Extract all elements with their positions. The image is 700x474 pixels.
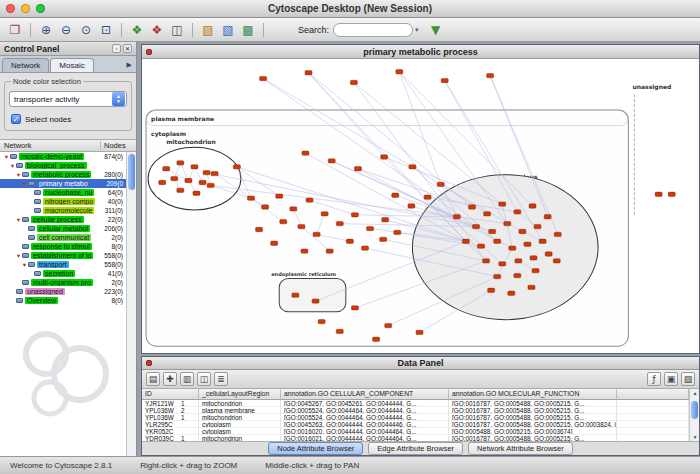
network-node[interactable] xyxy=(193,191,200,195)
table-cell[interactable]: plasma membrane xyxy=(199,407,281,414)
network-node[interactable] xyxy=(256,227,263,231)
network-node[interactable] xyxy=(478,244,485,248)
network-node[interactable] xyxy=(468,205,475,209)
network-node[interactable] xyxy=(668,192,675,196)
hide-selected-icon[interactable]: ❖ xyxy=(148,21,166,39)
network-node[interactable] xyxy=(159,180,166,184)
network-node[interactable] xyxy=(553,259,560,263)
tab-scroll-right-icon[interactable]: ▶ xyxy=(125,61,134,72)
table-scrollbar[interactable]: ▲ ▼ xyxy=(689,389,699,441)
network-node[interactable] xyxy=(163,167,170,171)
network-node[interactable] xyxy=(437,182,444,186)
column-header[interactable]: _cellularLayoutRegion xyxy=(199,389,281,400)
network-node[interactable] xyxy=(544,215,551,219)
tree-item[interactable]: nucleobase, nu64(0) xyxy=(0,188,126,197)
network-node[interactable] xyxy=(271,241,278,245)
network-node[interactable] xyxy=(211,172,218,176)
network-node[interactable] xyxy=(534,224,541,228)
table-cell[interactable]: cytoplasm xyxy=(199,421,281,428)
scroll-down-icon[interactable]: ▼ xyxy=(690,434,699,440)
network-node[interactable] xyxy=(494,239,501,243)
create-attribute-icon[interactable]: ✚ xyxy=(163,372,177,386)
network-node[interactable] xyxy=(336,329,343,333)
tab-mosaic[interactable]: Mosaic xyxy=(50,58,93,72)
expand-arrow-icon[interactable]: ▼ xyxy=(21,262,28,268)
dropdown-arrows-icon[interactable]: ▲▼ xyxy=(112,92,125,106)
network-node[interactable] xyxy=(529,204,536,208)
network-node[interactable] xyxy=(328,159,335,163)
tab-edge-attribute-browser[interactable]: Edge Attribute Browser xyxy=(368,442,463,455)
import-attributes-icon[interactable]: ▣ xyxy=(664,372,678,386)
table-cell[interactable]: [GO:0016787, GO:0005488, GO:0005215, GO:… xyxy=(449,421,617,428)
data-panel-titlebar[interactable]: Data Panel xyxy=(142,357,699,370)
network-node[interactable] xyxy=(509,246,516,250)
network-node[interactable] xyxy=(361,246,368,250)
network-node[interactable] xyxy=(655,192,662,196)
network-node[interactable] xyxy=(199,180,206,184)
tab-network[interactable]: Network xyxy=(2,58,49,72)
network-node[interactable] xyxy=(185,178,192,182)
network-node[interactable] xyxy=(305,71,312,75)
color-attribute-dropdown[interactable]: transporter activity ▲▼ xyxy=(9,91,127,107)
table-cell[interactable]: [GO:0016021, GO:0044444, GO:0044464, G..… xyxy=(281,435,449,441)
network-node[interactable] xyxy=(462,239,469,243)
tree-item[interactable]: multi-organism pro2(0) xyxy=(0,278,126,287)
network-node[interactable] xyxy=(306,198,313,202)
expand-arrow-icon[interactable]: ▼ xyxy=(15,217,22,223)
table-cell[interactable]: mitochondrion xyxy=(199,435,281,441)
table-cell[interactable]: YJR121W__1 xyxy=(142,400,199,407)
network-node[interactable] xyxy=(292,293,299,297)
select-nodes-checkbox[interactable]: ✓ xyxy=(11,114,21,124)
network-node[interactable] xyxy=(545,252,552,256)
zoom-in-icon[interactable]: ⊕ xyxy=(37,21,55,39)
tree-item[interactable]: ▼metabolic process280(0) xyxy=(0,170,126,179)
tree-item[interactable]: ▼transport558(0) xyxy=(0,260,126,269)
tree-item[interactable]: ▼establishment of lo558(0) xyxy=(0,251,126,260)
expand-arrow-icon[interactable]: ▼ xyxy=(15,253,22,259)
zoom-selected-icon[interactable]: ⊙ xyxy=(77,21,95,39)
network-node[interactable] xyxy=(177,188,184,192)
expand-arrow-icon[interactable]: ▼ xyxy=(9,163,16,169)
zoom-out-icon[interactable]: ⊖ xyxy=(57,21,75,39)
network-node[interactable] xyxy=(247,196,254,200)
network-node[interactable] xyxy=(515,259,522,263)
network-node[interactable] xyxy=(554,232,561,236)
column-header[interactable]: annotation.GO CELLULAR_COMPONENT xyxy=(281,389,449,400)
search-dropdown-icon[interactable]: ▾ xyxy=(415,26,419,34)
network-node[interactable] xyxy=(504,221,511,225)
tree-item[interactable]: cellular metabol206(0) xyxy=(0,224,126,233)
tree-scrollbar-thumb[interactable] xyxy=(128,154,135,190)
network-node[interactable] xyxy=(290,207,297,211)
search-input[interactable] xyxy=(333,23,413,37)
table-cell[interactable]: YPL036W__2 xyxy=(142,407,199,414)
network-node[interactable] xyxy=(416,330,423,334)
show-all-network-icon[interactable]: ❖ xyxy=(128,21,146,39)
table-scrollbar-thumb[interactable] xyxy=(691,401,698,419)
zoom-fit-icon[interactable]: ⊡ xyxy=(97,21,115,39)
float-panel-icon[interactable]: ▫ xyxy=(112,44,121,53)
snapshot-icon[interactable]: ◫ xyxy=(168,21,186,39)
table-cell[interactable]: YLR295C xyxy=(142,421,199,428)
select-attributes-icon[interactable]: ▤ xyxy=(146,372,160,386)
network-node[interactable] xyxy=(484,212,491,216)
network-node[interactable] xyxy=(532,269,539,273)
network-node[interactable] xyxy=(489,229,496,233)
network-node[interactable] xyxy=(318,319,325,323)
table-cell[interactable]: [GO:0045267, GO:0045261, GO:0044444, G..… xyxy=(281,400,449,407)
table-cell[interactable]: YPL036W__1 xyxy=(142,414,199,421)
network-node[interactable] xyxy=(524,242,531,246)
network-node[interactable] xyxy=(514,273,521,277)
tree-item[interactable]: nitrogen compo40(0) xyxy=(0,197,126,206)
expand-arrow-icon[interactable]: ▼ xyxy=(15,172,22,178)
network-node[interactable] xyxy=(441,78,448,82)
table-cell[interactable]: mitochondrion xyxy=(199,414,281,421)
column-header[interactable]: annotation.GO MOLECULAR_FUNCTION xyxy=(449,389,617,400)
network-node[interactable] xyxy=(499,262,506,266)
network-node[interactable] xyxy=(260,76,267,80)
network-node[interactable] xyxy=(530,256,537,260)
column-header[interactable]: ID xyxy=(142,389,199,400)
annotation-icon[interactable]: ▨ xyxy=(199,21,217,39)
tree-item[interactable]: ▼cellular process22(0) xyxy=(0,215,126,224)
table-cell[interactable]: [GO:0016020, GO:0044444, GO:0044464, G..… xyxy=(281,428,449,435)
network-node[interactable] xyxy=(499,202,506,206)
